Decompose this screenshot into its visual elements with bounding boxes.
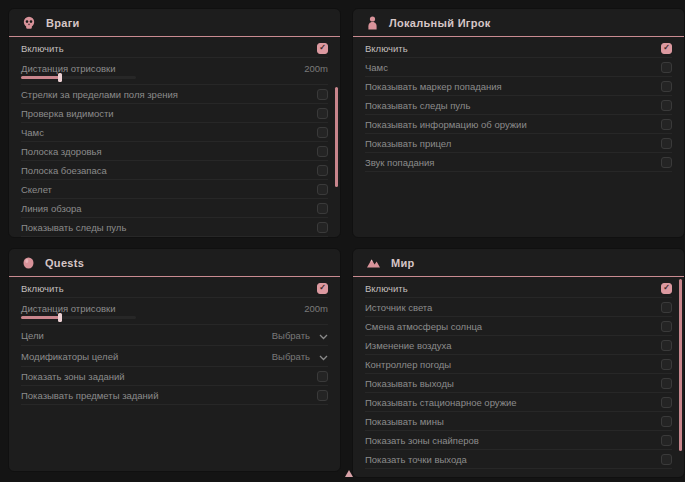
toggle-row[interactable]: Показывать стационарное оружие: [365, 393, 672, 412]
checkbox[interactable]: [661, 138, 672, 149]
checkbox[interactable]: [661, 62, 672, 73]
enable-checkbox[interactable]: [661, 43, 672, 54]
toggle-row[interactable]: Контроллер погоды: [365, 355, 672, 374]
toggle-label: Смена атмосферы солнца: [365, 321, 482, 332]
slider-fill[interactable]: [21, 76, 60, 79]
toggle-row[interactable]: Показывать выходы: [365, 374, 672, 393]
checkbox[interactable]: [317, 390, 328, 401]
toggle-label: Изменение воздуха: [365, 340, 452, 351]
slider-value: 200m: [304, 303, 328, 314]
panel-enemies: Враги Включить Дистанция отрисовки 200m …: [8, 8, 341, 238]
toggle-row[interactable]: Скелет: [21, 180, 328, 199]
mountain-icon: [366, 256, 381, 269]
toggle-label: Контроллер погоды: [365, 359, 451, 370]
render-distance-slider[interactable]: [21, 316, 136, 319]
checkbox[interactable]: [317, 108, 328, 119]
checkbox[interactable]: [661, 119, 672, 130]
dropdown-row-targets[interactable]: Цели Выбрать: [21, 325, 328, 346]
toggle-label: Показывать маркер попадания: [365, 81, 502, 92]
checkbox[interactable]: [317, 222, 328, 233]
panel-quests-header: Quests: [9, 249, 340, 277]
toggle-row[interactable]: Чамс: [21, 123, 328, 142]
toggle-label: Включить: [21, 43, 64, 54]
checkbox[interactable]: [317, 165, 328, 176]
checkbox[interactable]: [317, 203, 328, 214]
toggle-row[interactable]: Полоска здоровья: [21, 142, 328, 161]
checkbox[interactable]: [661, 416, 672, 427]
toggle-row[interactable]: Линия обзора: [21, 199, 328, 218]
checkbox[interactable]: [317, 184, 328, 195]
checkbox[interactable]: [661, 100, 672, 111]
toggle-label: Показать точки выхода: [365, 454, 467, 465]
slider-fill[interactable]: [21, 316, 60, 319]
checkbox[interactable]: [317, 371, 328, 382]
checkbox[interactable]: [317, 89, 328, 100]
toggle-row[interactable]: Показать точки выхода: [365, 450, 672, 469]
toggle-row[interactable]: Показать зоны снайперов: [365, 431, 672, 450]
targets-dropdown[interactable]: Выбрать: [272, 326, 328, 344]
checkbox[interactable]: [661, 81, 672, 92]
slider-row-render-distance[interactable]: Дистанция отрисовки 200m: [21, 58, 328, 85]
toggle-row[interactable]: Показывать следы пуль: [365, 96, 672, 115]
toggle-label: Показывать следы пуль: [21, 222, 126, 233]
toggle-label: Показывать выходы: [365, 378, 454, 389]
toggle-row[interactable]: Показывать предметы заданий: [21, 386, 328, 405]
checkbox[interactable]: [661, 302, 672, 313]
toggle-label: Показывать предметы заданий: [21, 390, 158, 401]
toggle-row[interactable]: Показывать мины: [365, 412, 672, 431]
scrollbar[interactable]: [335, 87, 338, 187]
render-distance-slider[interactable]: [21, 76, 136, 79]
toggle-row[interactable]: Показывать следы пуль: [21, 218, 328, 237]
checkbox[interactable]: [317, 146, 328, 157]
panel-local-player-header: Локальный Игрок: [353, 9, 684, 37]
toggle-row[interactable]: Полоска боезапаса: [21, 161, 328, 180]
toggle-label: Показывать мины: [365, 416, 444, 427]
toggle-label: Стрелки за пределами поля зрения: [21, 89, 178, 100]
toggle-row[interactable]: Чамс: [365, 58, 672, 77]
panel-title: Quests: [45, 257, 84, 269]
toggle-row-enable[interactable]: Включить: [21, 279, 328, 298]
toggle-label: Показывать стационарное оружие: [365, 397, 517, 408]
toggle-row[interactable]: Показывать прицел: [365, 134, 672, 153]
toggle-row[interactable]: Изменение воздуха: [365, 336, 672, 355]
checkbox[interactable]: [661, 157, 672, 168]
toggle-row[interactable]: Показать зоны заданий: [21, 367, 328, 386]
slider-value: 200m: [304, 63, 328, 74]
toggle-row[interactable]: Звук попадания: [365, 153, 672, 172]
toggle-label: Включить: [365, 43, 408, 54]
person-icon: [366, 16, 379, 30]
enable-checkbox[interactable]: [317, 43, 328, 54]
toggle-row-enable[interactable]: Включить: [21, 39, 328, 58]
panel-local-player: Локальный Игрок Включить Чамс Показывать…: [352, 8, 685, 238]
checkbox[interactable]: [317, 127, 328, 138]
checkbox[interactable]: [661, 435, 672, 446]
checkbox[interactable]: [661, 321, 672, 332]
enable-checkbox[interactable]: [317, 283, 328, 294]
checkbox[interactable]: [661, 454, 672, 465]
toggle-label: Показывать информацию об оружии: [365, 119, 527, 130]
checkbox[interactable]: [661, 397, 672, 408]
toggle-row[interactable]: Показывать информацию об оружии: [365, 115, 672, 134]
enable-checkbox[interactable]: [661, 283, 672, 294]
target-modifiers-dropdown[interactable]: Выбрать: [272, 347, 328, 365]
toggle-row-enable[interactable]: Включить: [365, 39, 672, 58]
slider-row-render-distance[interactable]: Дистанция отрисовки 200m: [21, 298, 328, 325]
scrollbar[interactable]: [679, 279, 682, 451]
toggle-label: Источник света: [365, 302, 432, 313]
panel-quests: Quests Включить Дистанция отрисовки 200m…: [8, 248, 341, 472]
toggle-label: Полоска здоровья: [21, 146, 102, 157]
checkbox[interactable]: [661, 378, 672, 389]
toggle-row[interactable]: Источник света: [365, 298, 672, 317]
toggle-row[interactable]: Проверка видимости: [21, 104, 328, 123]
toggle-row[interactable]: Смена атмосферы солнца: [365, 317, 672, 336]
slider-label: Дистанция отрисовки: [21, 303, 115, 314]
cursor-pointer: [345, 470, 353, 477]
dropdown-row-target-modifiers[interactable]: Модификаторы целей Выбрать: [21, 346, 328, 367]
toggle-row-enable[interactable]: Включить: [365, 279, 672, 298]
panel-world-header: Мир: [353, 249, 684, 277]
checkbox[interactable]: [661, 359, 672, 370]
checkbox[interactable]: [661, 340, 672, 351]
toggle-row[interactable]: Стрелки за пределами поля зрения: [21, 85, 328, 104]
toggle-row[interactable]: Показывать маркер попадания: [365, 77, 672, 96]
toggle-label: Звук попадания: [365, 157, 435, 168]
